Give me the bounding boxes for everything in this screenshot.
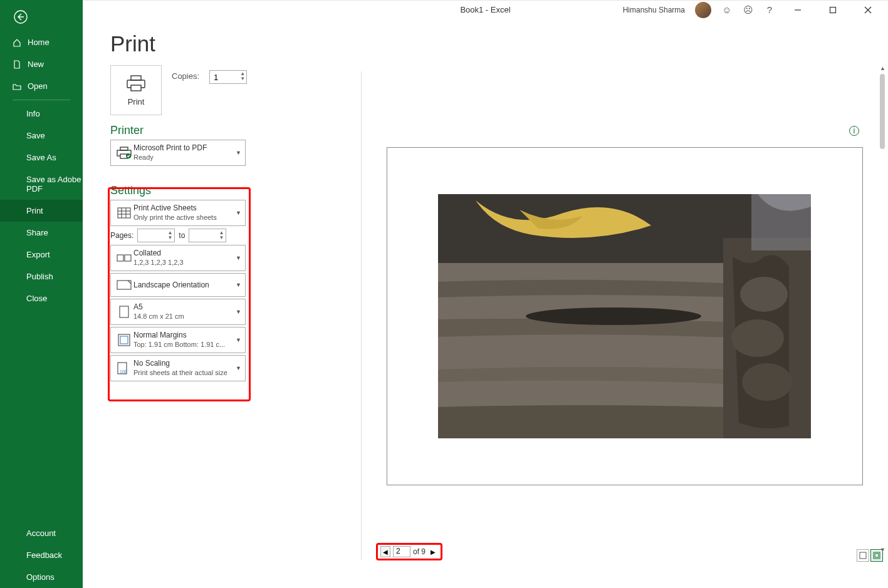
minimize-button[interactable] <box>785 1 810 19</box>
svg-rect-7 <box>131 85 141 91</box>
svg-rect-9 <box>120 147 128 150</box>
orientation-select[interactable]: Landscape Orientation ▼ <box>110 273 246 297</box>
page-total: of 9 <box>413 547 426 556</box>
pages-to-input[interactable]: ▲▼ <box>189 229 226 242</box>
collate-icon <box>115 254 133 262</box>
prev-page-button[interactable]: ◀ <box>380 546 390 557</box>
scaling-select[interactable]: 100 No ScalingPrint sheets at their actu… <box>110 355 246 381</box>
window-title: Book1 - Excel <box>460 5 510 14</box>
show-margins-button[interactable] <box>857 549 869 562</box>
user-name: Himanshu Sharma <box>623 6 685 14</box>
smile-icon[interactable]: ☺ <box>721 4 733 16</box>
page-number-input[interactable]: 2 <box>393 546 410 557</box>
printer-status: Ready <box>133 153 241 162</box>
chevron-down-icon: ▼ <box>236 365 241 371</box>
chevron-down-icon: ▼ <box>236 255 241 261</box>
sidebar-item-export[interactable]: Export <box>0 244 83 266</box>
sidebar-item-savepdf[interactable]: Save as Adobe PDF <box>0 168 83 200</box>
copies-label: Copies: <box>172 65 199 81</box>
margins-icon <box>115 334 133 346</box>
landscape-icon <box>115 280 133 290</box>
sidebar-item-home[interactable]: Home <box>0 31 83 53</box>
svg-point-28 <box>526 307 701 325</box>
collate-select[interactable]: Collated1,2,3 1,2,3 1,2,3 ▼ <box>110 245 246 271</box>
svg-point-31 <box>731 319 784 357</box>
svg-rect-12 <box>118 208 130 218</box>
svg-rect-36 <box>875 554 879 557</box>
sidebar-item-print[interactable]: Print <box>0 200 83 222</box>
print-button[interactable]: Print <box>110 65 162 115</box>
sidebar-item-new[interactable]: New <box>0 53 83 75</box>
next-page-button[interactable]: ▶ <box>428 546 438 557</box>
sidebar-item-publish[interactable]: Publish <box>0 266 83 287</box>
svg-rect-17 <box>117 255 123 261</box>
close-button[interactable] <box>855 1 880 19</box>
scaling-icon: 100 <box>115 362 133 374</box>
svg-rect-22 <box>120 336 128 344</box>
print-button-label: Print <box>128 97 145 106</box>
page-navigator: ◀ 2 of 9 ▶ <box>376 543 442 560</box>
sidebar-label: Open <box>28 81 48 91</box>
sidebar-item-options[interactable]: Options <box>0 566 83 588</box>
pages-from-input[interactable]: ▲▼ <box>137 229 175 242</box>
spinner-arrows[interactable]: ▲▼ <box>240 71 245 81</box>
sidebar-item-saveas[interactable]: Save As <box>0 147 83 168</box>
preview-scrollbar[interactable]: ▲ ▼ <box>879 74 886 544</box>
sidebar-item-open[interactable]: Open <box>0 75 83 97</box>
svg-rect-1 <box>830 7 836 13</box>
svg-rect-18 <box>125 255 131 261</box>
sheets-icon <box>115 207 133 219</box>
chevron-down-icon: ▼ <box>236 309 241 315</box>
frown-icon[interactable]: ☹ <box>743 4 754 16</box>
print-scope-select[interactable]: Print Active SheetsOnly print the active… <box>110 200 246 226</box>
print-preview <box>361 71 888 560</box>
chevron-down-icon: ▼ <box>236 210 241 216</box>
sidebar-item-info[interactable]: Info <box>0 103 83 125</box>
printer-section-title: Printer <box>110 124 144 137</box>
preview-image <box>438 194 811 438</box>
printer-icon <box>115 146 133 160</box>
sidebar-label: Home <box>28 38 50 47</box>
printer-select[interactable]: Microsoft Print to PDF Ready ▼ <box>110 140 246 166</box>
svg-rect-6 <box>131 76 141 80</box>
sidebar-label: New <box>28 59 44 69</box>
pages-to-label: to <box>179 231 185 240</box>
sidebar-item-close[interactable]: Close <box>0 287 83 309</box>
divider <box>13 100 70 100</box>
margins-select[interactable]: Normal MarginsTop: 1.91 cm Bottom: 1.91 … <box>110 327 246 353</box>
chevron-down-icon: ▼ <box>236 282 241 288</box>
sidebar-item-save[interactable]: Save <box>0 125 83 147</box>
preview-page <box>387 147 863 485</box>
sidebar-item-feedback[interactable]: Feedback <box>0 544 83 566</box>
copies-input[interactable]: 1 ▲▼ <box>209 70 247 84</box>
svg-rect-20 <box>120 306 128 317</box>
maximize-button[interactable] <box>820 1 845 19</box>
svg-point-32 <box>742 363 792 401</box>
printer-name: Microsoft Print to PDF <box>133 143 241 153</box>
svg-rect-34 <box>860 552 866 559</box>
chevron-down-icon: ▼ <box>236 150 241 156</box>
help-icon[interactable]: ? <box>764 4 775 16</box>
chevron-down-icon: ▼ <box>236 337 241 343</box>
avatar[interactable] <box>695 2 711 18</box>
page-title: Print <box>83 19 888 65</box>
pages-label: Pages: <box>110 231 133 240</box>
svg-text:100: 100 <box>120 369 127 374</box>
sidebar-item-account[interactable]: Account <box>0 522 83 544</box>
paper-icon <box>115 306 133 318</box>
backstage-sidebar: Home New Open Info Save Save As Save as … <box>0 0 83 588</box>
back-button[interactable] <box>0 0 83 31</box>
svg-point-30 <box>740 277 788 312</box>
pages-range: Pages: ▲▼ to ▲▼ <box>110 229 246 242</box>
paper-size-select[interactable]: A514.8 cm x 21 cm ▼ <box>110 299 246 325</box>
sidebar-item-share[interactable]: Share <box>0 222 83 244</box>
settings-section-title: Settings <box>110 184 151 197</box>
